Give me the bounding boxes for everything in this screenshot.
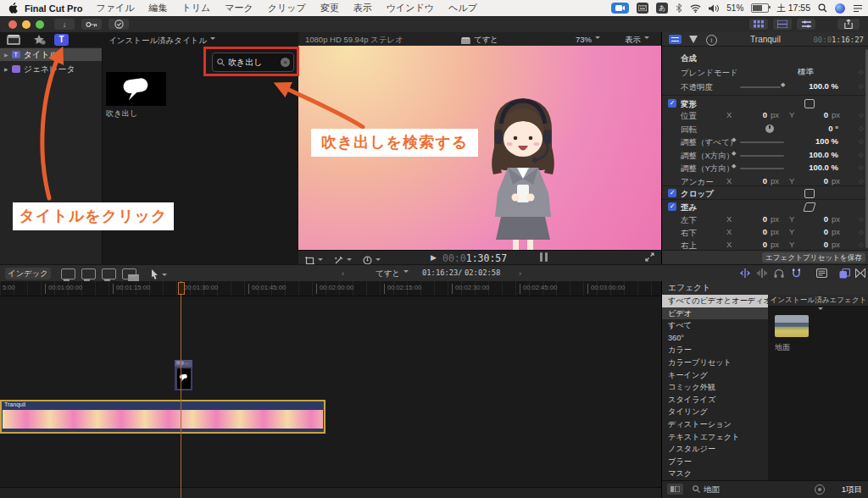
menu-bar-clock[interactable]: 土 17:55 bbox=[776, 3, 810, 14]
disclosure-icon[interactable]: ◇ bbox=[859, 112, 863, 119]
effects-category[interactable]: キーイング bbox=[662, 369, 768, 382]
menu-file[interactable]: ファイル bbox=[96, 2, 134, 14]
title-thumbnail-speech-bubble[interactable] bbox=[106, 72, 166, 106]
y-value[interactable]: 0 bbox=[806, 110, 828, 119]
effects-category[interactable]: 360° bbox=[662, 332, 768, 345]
x-value[interactable]: 0 bbox=[745, 227, 767, 236]
scale-all-row[interactable]: 調整（すべて） ◆ 100 % ◇ bbox=[662, 136, 868, 148]
app-menu-title[interactable]: Final Cut Pro bbox=[25, 3, 82, 14]
insert-edit-icon[interactable] bbox=[81, 268, 96, 279]
crop-icon[interactable] bbox=[804, 189, 815, 198]
effects-category[interactable]: コミック外観 bbox=[662, 381, 768, 394]
input-source-icon[interactable]: あ bbox=[656, 3, 668, 14]
distort-icon[interactable] bbox=[803, 202, 816, 212]
keyword-editor-button[interactable] bbox=[81, 19, 102, 30]
effects-sidebar-toggle[interactable] bbox=[667, 484, 683, 495]
playhead-handle[interactable] bbox=[178, 282, 185, 295]
x-value[interactable]: 0 bbox=[745, 110, 767, 119]
overwrite-edit-menu[interactable] bbox=[122, 268, 136, 279]
y-value[interactable]: 0 bbox=[806, 240, 828, 249]
disclosure-icon[interactable]: ◇ bbox=[859, 83, 863, 90]
screen-share-icon[interactable] bbox=[611, 3, 629, 14]
titles-browser-header[interactable]: インストール済みタイトル bbox=[108, 36, 215, 47]
disclosure-icon[interactable]: ◇ bbox=[859, 229, 863, 235]
effects-browser-icon[interactable] bbox=[838, 268, 850, 279]
effects-search-value[interactable]: 地面 bbox=[704, 484, 720, 495]
scale-x-slider[interactable] bbox=[740, 155, 784, 157]
disclosure-icon[interactable]: ◇ bbox=[859, 216, 863, 223]
scale-all-slider[interactable] bbox=[740, 141, 784, 143]
transform-section-row[interactable]: ✓ 変形 bbox=[662, 98, 868, 110]
scale-y-value[interactable]: 100.0 % bbox=[787, 163, 838, 172]
disclosure-icon[interactable]: ◇ bbox=[859, 164, 863, 171]
disclosure-icon[interactable]: ◇ bbox=[859, 152, 863, 158]
effects-search-icon[interactable] bbox=[693, 485, 700, 493]
solo-icon[interactable] bbox=[773, 268, 785, 279]
timeline-title-clip[interactable]: 吹き... bbox=[174, 359, 193, 391]
opacity-row[interactable]: 不透明度 ◆ 100.0 % ◇ bbox=[662, 81, 868, 93]
background-tasks-button[interactable] bbox=[108, 19, 129, 30]
volume-icon[interactable] bbox=[709, 4, 719, 13]
effects-category[interactable]: テキストエフェクト bbox=[662, 431, 768, 444]
slider-handle-icon[interactable]: ◆ bbox=[732, 163, 736, 169]
disclosure-triangle-icon[interactable]: ▶ bbox=[4, 66, 8, 72]
menu-clip[interactable]: クリップ bbox=[268, 2, 306, 14]
snapping-icon[interactable] bbox=[790, 268, 802, 279]
crop-section-row[interactable]: ✓ クロップ bbox=[662, 188, 868, 200]
disclosure-triangle-icon[interactable]: ▶ bbox=[4, 52, 8, 58]
opacity-value[interactable]: 100.0 % bbox=[787, 81, 838, 91]
keyboard-icon[interactable] bbox=[637, 3, 648, 14]
previous-project-icon[interactable]: ‹ bbox=[342, 268, 344, 278]
audio-skimming-icon[interactable] bbox=[756, 268, 768, 279]
transform-checkbox[interactable]: ✓ bbox=[668, 99, 676, 108]
rotation-dial[interactable] bbox=[765, 125, 774, 133]
distort-section-row[interactable]: ✓ 歪み bbox=[662, 202, 868, 213]
distort-bottom-left-row[interactable]: 左下 X 0 px Y 0 px ◇ bbox=[662, 214, 868, 226]
disclosure-icon[interactable]: ◇ bbox=[859, 125, 863, 132]
viewer-zoom-menu[interactable]: 73% bbox=[576, 35, 600, 44]
scale-x-value[interactable]: 100.0 % bbox=[787, 150, 838, 159]
share-button[interactable] bbox=[837, 19, 860, 30]
position-row[interactable]: 位置 X 0 px Y 0 px ◇ bbox=[662, 110, 868, 122]
effects-category[interactable]: すべて bbox=[662, 319, 768, 332]
siri-icon[interactable] bbox=[835, 3, 845, 14]
y-value[interactable]: 0 bbox=[806, 214, 828, 224]
apple-menu-icon[interactable] bbox=[8, 3, 18, 14]
effects-category[interactable]: ビデオ bbox=[662, 307, 768, 320]
rotation-row[interactable]: 回転 0 ° ◇ bbox=[662, 124, 868, 136]
index-button[interactable]: インデックス bbox=[5, 268, 51, 279]
skimming-icon[interactable] bbox=[739, 268, 751, 279]
spotlight-icon[interactable] bbox=[818, 3, 827, 13]
y-value[interactable]: 0 bbox=[806, 176, 828, 185]
effects-category-selected[interactable]: すべてのビデオとオーディオ bbox=[662, 295, 768, 307]
video-inspector-tab[interactable] bbox=[669, 35, 682, 44]
distort-bottom-right-row[interactable]: 右下 X 0 px Y 0 px ◇ bbox=[662, 227, 868, 239]
photos-audio-sidebar-icon[interactable] bbox=[32, 35, 46, 45]
x-value[interactable]: 0 bbox=[745, 176, 767, 185]
viewer-view-menu[interactable]: 表示 bbox=[625, 35, 649, 46]
effects-category[interactable]: マスク bbox=[662, 468, 768, 480]
fullscreen-icon[interactable] bbox=[645, 252, 654, 262]
disclosure-icon[interactable]: ◇ bbox=[859, 138, 863, 145]
timeline-ruler[interactable]: 5:00 00:01:00:00 00:01:15:00 00:01:30:00… bbox=[0, 281, 661, 296]
effects-category[interactable]: ブラー bbox=[662, 456, 768, 468]
transitions-browser-icon[interactable] bbox=[854, 268, 866, 279]
y-value[interactable]: 0 bbox=[806, 227, 828, 236]
effects-category[interactable]: ノスタルジー bbox=[662, 443, 768, 456]
slider-handle-icon[interactable]: ◆ bbox=[732, 150, 736, 157]
browser-toggle-button[interactable] bbox=[749, 19, 768, 30]
effects-category[interactable]: カラー bbox=[662, 344, 768, 357]
effects-category[interactable]: ディストーション bbox=[662, 418, 768, 431]
wifi-icon[interactable] bbox=[690, 4, 701, 13]
close-window-button[interactable] bbox=[8, 20, 17, 29]
menu-edit[interactable]: 編集 bbox=[148, 2, 167, 14]
effects-category[interactable]: カラープリセット bbox=[662, 357, 768, 369]
notification-center-icon[interactable] bbox=[853, 4, 863, 13]
save-effect-preset-button[interactable]: エフェクトプリセットを保存 bbox=[762, 252, 865, 263]
menu-trim[interactable]: トリム bbox=[181, 2, 210, 14]
effect-thumbnail-ground[interactable] bbox=[775, 315, 809, 337]
disclosure-icon[interactable]: ◇ bbox=[859, 69, 863, 75]
menu-mark[interactable]: マーク bbox=[225, 2, 253, 14]
disclosure-icon[interactable]: ◇ bbox=[859, 241, 863, 248]
blend-mode-row[interactable]: ブレンドモード 標準 ◇ bbox=[662, 67, 868, 79]
